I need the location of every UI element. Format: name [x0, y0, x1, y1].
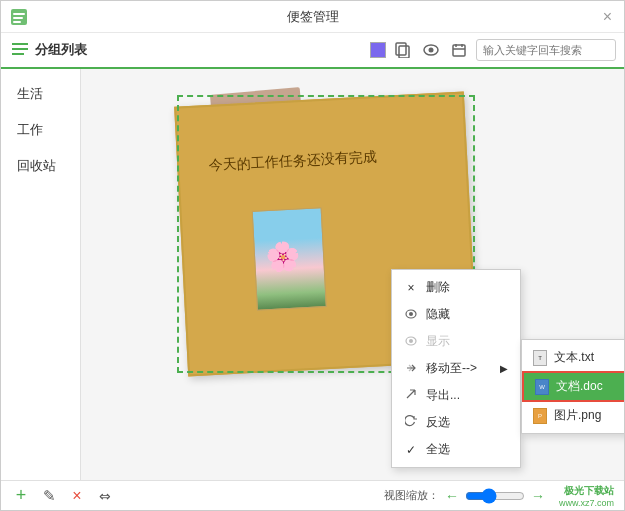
menu-label-show: 显示 — [426, 333, 450, 350]
add-button[interactable]: + — [11, 486, 31, 506]
submenu-arrow: ▶ — [500, 363, 508, 374]
sidebar: 生活 工作 回收站 — [1, 69, 81, 480]
toolbar-left: 分组列表 — [9, 39, 364, 61]
flower-decoration: 🌸 — [264, 239, 301, 274]
color-selector[interactable] — [370, 42, 386, 58]
calendar-icon[interactable] — [448, 39, 470, 61]
svg-rect-3 — [13, 21, 21, 23]
eye-icon[interactable] — [420, 39, 442, 61]
svg-rect-2 — [13, 17, 23, 19]
menu-item-show[interactable]: 显示 — [392, 328, 520, 355]
selectall-icon: ✓ — [404, 443, 418, 457]
svg-rect-4 — [12, 43, 28, 45]
watermark-url: www.xz7.com — [559, 498, 614, 508]
svg-point-10 — [429, 48, 434, 53]
menu-label-move: 移动至--> — [426, 360, 477, 377]
edit-button[interactable]: ✎ — [39, 486, 59, 506]
watermark: 极光下载站 www.xz7.com — [559, 484, 614, 508]
zoom-arrow-right[interactable]: → — [531, 488, 545, 504]
zoom-controls: 视图缩放： ← → 极光下载站 www.xz7.com — [384, 484, 614, 508]
toolbar: 分组列表 — [1, 33, 624, 69]
menu-label-hide: 隐藏 — [426, 306, 450, 323]
submenu-item-doc[interactable]: W 文档.doc — [522, 371, 624, 402]
submenu-item-png[interactable]: P 图片.png — [522, 402, 624, 429]
sidebar-item-trash[interactable]: 回收站 — [1, 149, 80, 183]
hide-icon — [404, 308, 418, 322]
bottombar: + ✎ × ⇔ 视图缩放： ← → 极光下载站 www.xz7.com — [1, 480, 624, 510]
svg-point-16 — [409, 312, 413, 316]
menu-item-export[interactable]: 导出... — [392, 382, 520, 409]
group-list-label: 分组列表 — [35, 41, 87, 59]
svg-rect-7 — [399, 46, 409, 58]
delete-icon: × — [404, 281, 418, 295]
submenu-label-doc: 文档.doc — [556, 378, 603, 395]
canvas-area: 今天的工作任务还没有完成 🌸 × 删除 — [81, 69, 624, 480]
menu-item-move[interactable]: 移动至--> ▶ — [392, 355, 520, 382]
zoom-slider[interactable] — [465, 488, 525, 504]
watermark-text: 极光下载站 — [564, 484, 614, 498]
menu-label-selectall: 全选 — [426, 441, 450, 458]
doc-file-icon: W — [534, 380, 550, 394]
invert-icon — [404, 415, 418, 430]
app-icon — [9, 7, 29, 27]
titlebar: 便签管理 × — [1, 1, 624, 33]
show-icon — [404, 335, 418, 349]
sidebar-item-life[interactable]: 生活 — [1, 77, 80, 111]
note-text: 今天的工作任务还没有完成 — [209, 148, 378, 175]
move-icon — [404, 362, 418, 376]
svg-point-18 — [409, 339, 413, 343]
menu-item-delete[interactable]: × 删除 — [392, 274, 520, 301]
search-input[interactable] — [476, 39, 616, 61]
zoom-arrow-left[interactable]: ← — [445, 488, 459, 504]
menu-label-invert: 反选 — [426, 414, 450, 431]
menu-label-delete: 删除 — [426, 279, 450, 296]
export-icon — [404, 388, 418, 403]
close-button[interactable]: × — [603, 8, 612, 26]
menu-item-hide[interactable]: 隐藏 — [392, 301, 520, 328]
move-button[interactable]: ⇔ — [95, 486, 115, 506]
txt-file-icon: T — [532, 351, 548, 365]
delete-button[interactable]: × — [67, 486, 87, 506]
png-file-icon: P — [532, 409, 548, 423]
submenu-label-png: 图片.png — [554, 407, 601, 424]
menu-item-selectall[interactable]: ✓ 全选 — [392, 436, 520, 463]
svg-rect-11 — [453, 45, 465, 56]
svg-rect-6 — [12, 53, 24, 55]
submenu-label-txt: 文本.txt — [554, 349, 594, 366]
submenu-item-txt[interactable]: T 文本.txt — [522, 344, 624, 371]
main-window: 便签管理 × 分组列表 — [0, 0, 625, 511]
context-menu: × 删除 隐藏 — [391, 269, 521, 468]
window-title: 便签管理 — [287, 8, 339, 26]
main-content: 生活 工作 回收站 今天的工作任务还没有完成 🌸 × 删除 — [1, 69, 624, 480]
toolbar-right — [370, 39, 616, 61]
svg-rect-8 — [396, 43, 406, 55]
submenu: T 文本.txt W 文档.doc P 图片.png — [521, 339, 624, 434]
sidebar-item-work[interactable]: 工作 — [1, 113, 80, 147]
menu-icon[interactable] — [9, 39, 31, 61]
menu-label-export: 导出... — [426, 387, 460, 404]
svg-rect-1 — [13, 13, 25, 15]
zoom-label: 视图缩放： — [384, 488, 439, 503]
menu-item-invert[interactable]: 反选 — [392, 409, 520, 436]
note-image: 🌸 — [252, 207, 327, 311]
svg-rect-5 — [12, 48, 28, 50]
copy-icon[interactable] — [392, 39, 414, 61]
